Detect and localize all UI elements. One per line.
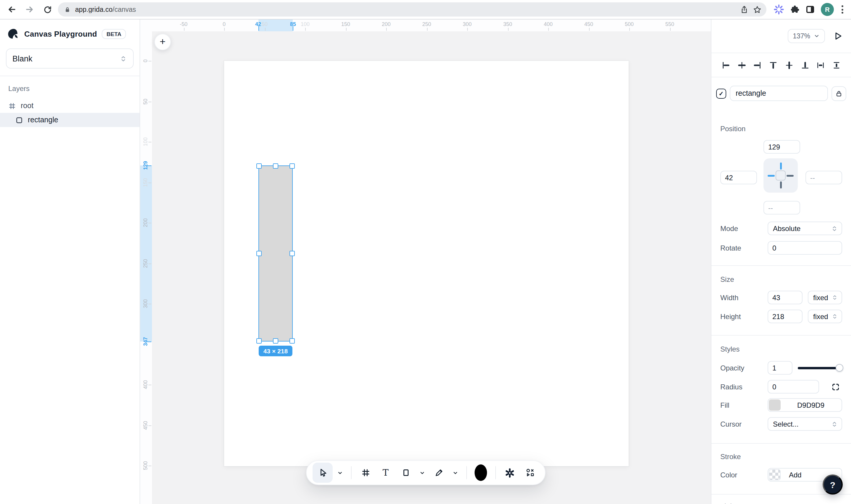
canvas-viewport[interactable]: -500425085100150200250300350400450500550… <box>140 19 711 504</box>
opacity-slider[interactable] <box>798 364 842 372</box>
fill-color-button[interactable]: D9D9D9 <box>768 398 842 412</box>
ruler-tick <box>149 425 151 426</box>
rectangle-icon <box>401 468 411 478</box>
pen-tool-menu[interactable] <box>450 464 461 482</box>
horizontal-ruler[interactable]: -500425085100150200250300350400450500550 <box>140 19 711 31</box>
lock-button[interactable] <box>832 86 846 101</box>
distribute-horizontal-icon[interactable] <box>816 60 825 69</box>
play-button[interactable] <box>833 31 843 41</box>
share-icon[interactable] <box>740 5 749 14</box>
width-input[interactable]: 43 <box>768 291 802 304</box>
ruler-tick <box>346 28 346 31</box>
template-select[interactable]: Blank <box>6 49 134 69</box>
selection-handle[interactable] <box>273 339 278 344</box>
zoom-select[interactable]: 137% <box>787 29 825 43</box>
cursor-select[interactable]: Select... <box>768 417 842 431</box>
height-mode-select[interactable]: fixed <box>808 310 842 323</box>
width-mode-select[interactable]: fixed <box>808 291 842 304</box>
align-left-icon[interactable] <box>722 60 730 69</box>
size-badge: 43 × 218 <box>259 346 292 357</box>
section-divider <box>711 443 851 444</box>
menu-kebab-icon[interactable] <box>840 3 845 15</box>
ruler-tick <box>147 342 151 342</box>
ruler-tick <box>467 28 468 31</box>
browser-toolbar: app.grida.co/canvas R <box>0 0 851 19</box>
vertical-ruler[interactable]: 050100129150200250300347400450500 <box>140 19 152 504</box>
ruler-label: 150 <box>341 21 350 27</box>
node-name-input[interactable]: rectangle <box>730 86 828 101</box>
frame-icon <box>8 102 16 110</box>
forward-icon[interactable] <box>22 2 37 17</box>
section-divider <box>711 265 851 266</box>
selection-handle[interactable] <box>290 251 295 256</box>
chevron-down-icon <box>337 469 343 476</box>
independent-corners-icon[interactable] <box>832 382 842 391</box>
selection-handle[interactable] <box>290 163 295 168</box>
layer-item-root[interactable]: root <box>0 99 140 113</box>
selection-handle[interactable] <box>256 251 261 256</box>
size-label: Size <box>720 275 842 284</box>
chevron-down-icon <box>419 469 426 476</box>
help-button[interactable]: ? <box>822 474 843 494</box>
position-top-input[interactable]: 129 <box>763 140 800 154</box>
position-left-input[interactable]: 42 <box>720 171 757 184</box>
reload-icon[interactable] <box>40 2 54 17</box>
position-label: Position <box>720 125 842 133</box>
height-input[interactable]: 218 <box>768 310 802 323</box>
align-top-icon[interactable] <box>769 60 778 69</box>
chevron-updown-icon <box>831 225 838 232</box>
toolbar-divider <box>351 466 351 479</box>
position-cluster: 129 42 -- -- <box>720 140 842 215</box>
back-icon[interactable] <box>5 2 19 17</box>
rectangle-tool[interactable] <box>397 464 415 482</box>
align-horizontal-center-icon[interactable] <box>737 60 746 69</box>
add-node-button[interactable]: + <box>154 34 171 50</box>
position-bottom-input[interactable]: -- <box>763 201 800 215</box>
position-right-input[interactable]: -- <box>805 171 842 184</box>
radius-input[interactable]: 0 <box>768 380 819 394</box>
align-vertical-center-icon[interactable] <box>785 60 794 69</box>
anchor-widget[interactable] <box>763 158 798 193</box>
rotate-input[interactable]: 0 <box>768 241 842 255</box>
align-right-icon[interactable] <box>753 60 762 69</box>
text-tool[interactable]: T <box>377 464 395 482</box>
selection-handle[interactable] <box>256 163 261 168</box>
ruler-label: 400 <box>544 21 553 27</box>
beta-badge: BETA <box>102 29 126 39</box>
distribute-vertical-icon[interactable] <box>832 60 841 69</box>
radius-row: Radius 0 <box>720 380 842 394</box>
link-section: Link <box>711 503 851 504</box>
mode-select[interactable]: Absolute <box>768 221 842 235</box>
bookmark-star-icon[interactable] <box>753 5 762 14</box>
selection-handle[interactable] <box>290 339 295 344</box>
play-icon <box>833 31 843 41</box>
cursor-tool[interactable] <box>312 463 332 483</box>
opacity-input[interactable]: 1 <box>768 361 792 375</box>
layers-heading: Layers <box>0 76 140 99</box>
ruler-label: 100 <box>301 21 310 27</box>
extensions-puzzle-icon[interactable] <box>790 5 800 14</box>
browser-actions: R <box>770 3 845 16</box>
url-bar[interactable]: app.grida.co/canvas <box>58 2 766 17</box>
playground-button[interactable] <box>521 464 539 482</box>
ruler-label: 550 <box>665 21 674 27</box>
active-checkbox[interactable]: ✓ <box>716 88 726 98</box>
openai-assistant-button[interactable] <box>501 464 519 482</box>
layer-item-rectangle[interactable]: rectangle <box>0 113 140 127</box>
styles-section: Styles Opacity 1 Radius 0 <box>711 345 851 431</box>
selection-handle[interactable] <box>256 339 261 344</box>
lock-icon <box>835 90 843 97</box>
selection-handle[interactable] <box>273 163 278 168</box>
extension-burst-icon[interactable] <box>774 4 784 15</box>
ruler-tick <box>149 466 151 466</box>
selected-rectangle[interactable]: 43 × 218 <box>258 165 293 342</box>
pen-tool[interactable] <box>430 464 448 482</box>
align-bottom-icon[interactable] <box>800 60 809 69</box>
cursor-tool-menu[interactable] <box>335 464 345 482</box>
side-panel-icon[interactable] <box>805 5 815 14</box>
shape-tool-menu[interactable] <box>417 464 428 482</box>
color-swatch-tool[interactable] <box>472 464 490 482</box>
ruler-tick <box>508 28 508 31</box>
frame-tool[interactable] <box>357 464 374 482</box>
profile-avatar[interactable]: R <box>821 3 834 16</box>
